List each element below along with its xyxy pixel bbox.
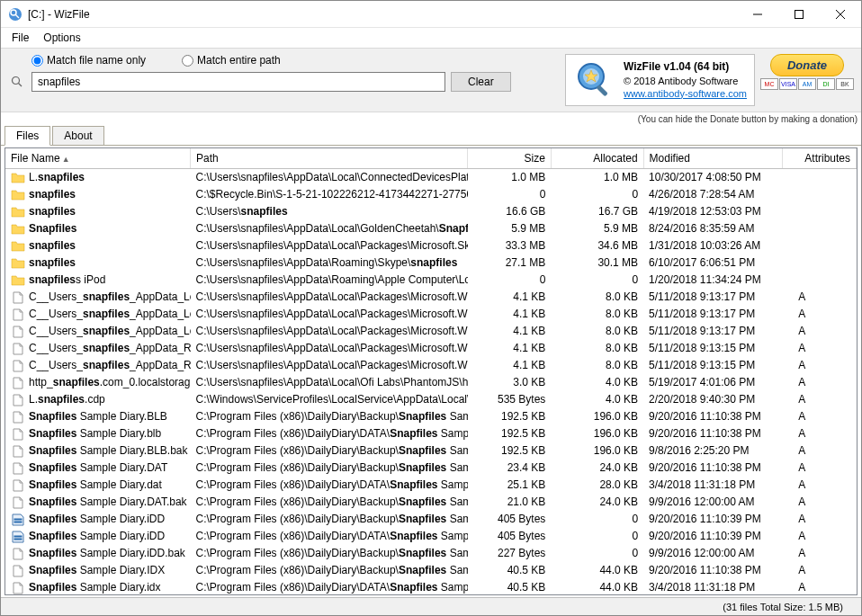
col-header-attributes[interactable]: Attributes: [782, 148, 856, 169]
table-row[interactable]: C__Users_snapfiles_AppData_LocC:\Users\s…: [5, 306, 857, 323]
cell-modified: 9/20/2016 11:10:38 PM: [643, 460, 782, 477]
cell-size: 405 Bytes: [468, 511, 551, 528]
maximize-button[interactable]: [778, 1, 820, 28]
table-row[interactable]: snapfilesC:\Users\snapfiles\AppData\Loca…: [5, 237, 857, 254]
table-row[interactable]: Snapfiles Sample Diary.iDDC:\Program Fil…: [5, 528, 857, 545]
table-row[interactable]: Snapfiles Sample Diary.blbC:\Program Fil…: [5, 425, 857, 442]
cell-allocated: 0: [551, 528, 643, 545]
cell-attributes: A: [782, 306, 856, 323]
cell-modified: 5/11/2018 9:13:15 PM: [643, 340, 782, 357]
cell-attributes: A: [782, 340, 856, 357]
cell-modified: 3/4/2018 11:31:18 PM: [643, 477, 782, 494]
table-row[interactable]: L.snapfilesC:\Users\snapfiles\AppData\Lo…: [5, 169, 857, 187]
table-row[interactable]: SnapfilesC:\Users\snapfiles\AppData\Loca…: [5, 220, 857, 237]
table-row[interactable]: snapfiless iPodC:\Users\snapfiles\AppDat…: [5, 272, 857, 289]
search-input[interactable]: [31, 72, 445, 92]
menu-file[interactable]: File: [4, 30, 36, 46]
col-header-name[interactable]: File Name▲: [5, 148, 191, 169]
app-copyright: © 2018 Antibody Software: [624, 75, 747, 87]
cell-size: 535 Bytes: [468, 391, 551, 408]
cell-size: 27.1 MB: [468, 254, 551, 272]
toolbar: Match file name only Match entire path C…: [1, 48, 861, 112]
minimize-button[interactable]: [737, 1, 778, 28]
col-header-allocated[interactable]: Allocated: [551, 148, 643, 169]
cell-name: snapfiless iPod: [5, 272, 191, 289]
clear-button[interactable]: Clear: [451, 72, 511, 92]
col-header-path[interactable]: Path: [191, 148, 468, 169]
cell-modified: 9/20/2016 11:10:38 PM: [643, 562, 782, 579]
folder-icon: [11, 223, 25, 236]
table-row[interactable]: C__Users_snapfiles_AppData_LocC:\Users\s…: [5, 323, 857, 340]
cell-modified: 6/10/2017 6:06:51 PM: [643, 254, 782, 272]
table-row[interactable]: Snapfiles Sample Diary.DAT.bakC:\Program…: [5, 494, 857, 511]
cell-path: C:\Program Files (x86)\DailyDiary\DATA\S…: [191, 528, 468, 545]
cell-allocated: 5.9 MB: [551, 220, 643, 237]
cell-path: C:\Program Files (x86)\DailyDiary\DATA\S…: [191, 425, 468, 442]
table-row[interactable]: C__Users_snapfiles_AppData_RoaC:\Users\s…: [5, 340, 857, 357]
table-row[interactable]: L.snapfiles.cdpC:\Windows\ServiceProfile…: [5, 391, 857, 408]
cell-size: 23.4 KB: [468, 460, 551, 477]
cell-path: C:\Program Files (x86)\DailyDiary\Backup…: [191, 442, 468, 460]
cell-size: 3.0 KB: [468, 374, 551, 391]
cell-name: Snapfiles Sample Diary.BLB: [5, 408, 191, 425]
menu-options[interactable]: Options: [36, 30, 87, 46]
cell-allocated: 0: [551, 545, 643, 562]
cell-attributes: A: [782, 442, 856, 460]
cell-size: 192.5 KB: [468, 408, 551, 425]
cell-allocated: 34.6 MB: [551, 237, 643, 254]
tab-about[interactable]: About: [52, 126, 103, 146]
cell-modified: 5/11/2018 9:13:17 PM: [643, 306, 782, 323]
cell-path: C:\Windows\ServiceProfiles\LocalService\…: [191, 391, 468, 408]
cell-size: 192.5 KB: [468, 442, 551, 460]
cell-path: C:\Users\snapfiles\AppData\Local\Package…: [191, 306, 468, 323]
cell-attributes: A: [782, 579, 856, 594]
table-row[interactable]: Snapfiles Sample Diary.IDXC:\Program Fil…: [5, 562, 857, 579]
cell-size: 1.0 MB: [468, 169, 551, 187]
cell-modified: 5/11/2018 9:13:17 PM: [643, 323, 782, 340]
app-icon: [8, 7, 22, 22]
table-row[interactable]: C__Users_snapfiles_AppData_LocC:\Users\s…: [5, 289, 857, 306]
app-url[interactable]: www.antibody-software.com: [624, 88, 747, 99]
cell-path: C:\Users\snapfiles\AppData\Local\GoldenC…: [191, 220, 468, 237]
col-header-size[interactable]: Size: [468, 148, 551, 169]
cell-size: 25.1 KB: [468, 477, 551, 494]
cell-allocated: 8.0 KB: [551, 306, 643, 323]
table-row[interactable]: Snapfiles Sample Diary.datC:\Program Fil…: [5, 477, 857, 494]
cell-allocated: 24.0 KB: [551, 460, 643, 477]
table-row[interactable]: http_snapfiles.com_0.localstorageC:\User…: [5, 374, 857, 391]
cell-name: snapfiles: [5, 203, 191, 220]
table-row[interactable]: Snapfiles Sample Diary.BLB.bakC:\Program…: [5, 442, 857, 460]
table-row[interactable]: C__Users_snapfiles_AppData_RoaC:\Users\s…: [5, 357, 857, 374]
table-row[interactable]: snapfilesC:\Users\snapfiles16.6 GB16.7 G…: [5, 203, 857, 220]
table-row[interactable]: Snapfiles Sample Diary.DATC:\Program Fil…: [5, 460, 857, 477]
table-row[interactable]: snapfilesC:\Users\snapfiles\AppData\Roam…: [5, 254, 857, 272]
cell-modified: 1/31/2018 10:03:26 AM: [643, 237, 782, 254]
folder-icon: [11, 257, 25, 270]
file-icon: [11, 411, 25, 424]
radio-match-name[interactable]: Match file name only: [31, 54, 146, 67]
file-icon: [11, 428, 25, 441]
tab-files[interactable]: Files: [4, 126, 50, 146]
table-row[interactable]: Snapfiles Sample Diary.iDDC:\Program Fil…: [5, 511, 857, 528]
table-row[interactable]: snapfilesC:\$Recycle.Bin\S-1-5-21-102226…: [5, 186, 857, 203]
cell-path: C:\Users\snapfiles\AppData\Roaming\Apple…: [191, 272, 468, 289]
cell-allocated: 0: [551, 511, 643, 528]
cell-size: 16.6 GB: [468, 203, 551, 220]
radio-match-path[interactable]: Match entire path: [182, 54, 281, 67]
table-row[interactable]: Snapfiles Sample Diary.idxC:\Program Fil…: [5, 579, 857, 594]
cell-attributes: A: [782, 357, 856, 374]
cell-modified: 9/20/2016 11:10:39 PM: [643, 511, 782, 528]
cell-name: C__Users_snapfiles_AppData_Roa: [5, 357, 191, 374]
col-header-modified[interactable]: Modified: [643, 148, 782, 169]
cell-modified: 3/4/2018 11:31:18 PM: [643, 579, 782, 594]
donate-button[interactable]: Donate: [770, 54, 844, 76]
cell-size: 33.3 MB: [468, 237, 551, 254]
close-button[interactable]: [820, 1, 861, 28]
table-row[interactable]: Snapfiles Sample Diary.BLBC:\Program Fil…: [5, 408, 857, 425]
cell-size: 192.5 KB: [468, 425, 551, 442]
cell-path: C:\Program Files (x86)\DailyDiary\DATA\S…: [191, 579, 468, 594]
table-row[interactable]: Snapfiles Sample Diary.iDD.bakC:\Program…: [5, 545, 857, 562]
cell-size: 4.1 KB: [468, 306, 551, 323]
title-bar: [C:] - WizFile: [1, 1, 861, 28]
cell-allocated: 196.0 KB: [551, 408, 643, 425]
